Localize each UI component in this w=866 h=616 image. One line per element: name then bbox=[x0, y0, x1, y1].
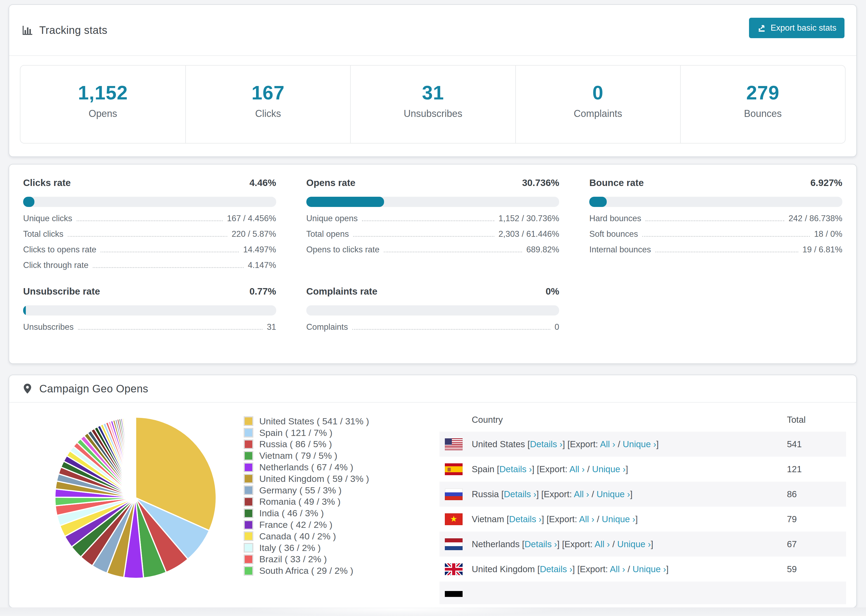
country-cell: United Kingdom [Details ›] [Export: All … bbox=[472, 564, 669, 574]
stat-value: 31 bbox=[351, 82, 515, 104]
export-unique-link[interactable]: Unique › bbox=[592, 464, 626, 474]
ru-flag-icon bbox=[445, 488, 463, 500]
legend-label: Russia ( 86 / 5% ) bbox=[259, 439, 332, 449]
rate-row: Hard bounces242 / 86.738% bbox=[589, 214, 842, 223]
rate-row-value: 19 / 6.81% bbox=[803, 245, 842, 255]
rate-head: Bounce rate6.927% bbox=[589, 178, 842, 188]
stat-value: 167 bbox=[186, 82, 350, 104]
dotted-leader bbox=[68, 229, 227, 237]
export-unique-link[interactable]: Unique › bbox=[633, 564, 666, 574]
progress-bar bbox=[23, 197, 276, 207]
rate-value: 30.736% bbox=[522, 178, 559, 188]
stat-value: 0 bbox=[516, 82, 680, 104]
dotted-leader bbox=[353, 229, 494, 237]
total-cell: 79 bbox=[787, 514, 797, 524]
rate-row-label: Soft bounces bbox=[589, 229, 638, 239]
stat-label: Clicks bbox=[186, 108, 350, 119]
progress-bar-fill bbox=[23, 305, 26, 316]
geo-table-row: United States [Details ›] [Export: All ›… bbox=[439, 432, 846, 457]
rate-row-label: Hard bounces bbox=[589, 214, 641, 223]
country-name: Russia [ bbox=[472, 489, 504, 499]
slash-text: / bbox=[610, 539, 617, 549]
rate-row: Total clicks220 / 5.87% bbox=[23, 229, 276, 239]
bracket-text: ] bbox=[625, 464, 628, 474]
rate-rows: Unique clicks167 / 4.456%Total clicks220… bbox=[23, 214, 276, 270]
legend-item: Netherlands ( 67 / 4% ) bbox=[244, 462, 369, 473]
legend-item: South Africa ( 29 / 2% ) bbox=[244, 565, 369, 577]
rate-row-label: Internal bounces bbox=[589, 245, 651, 255]
export-all-link[interactable]: All › bbox=[600, 439, 615, 449]
details-link[interactable]: Details › bbox=[540, 564, 572, 574]
details-link[interactable]: Details › bbox=[524, 539, 557, 549]
dotted-leader bbox=[352, 322, 550, 330]
de-flag-icon bbox=[445, 591, 463, 597]
rate-row: Opens to clicks rate689.82% bbox=[306, 245, 559, 254]
geo-title: Campaign Geo Opens bbox=[39, 383, 148, 395]
campaign-geo-opens-card: Campaign Geo Opens United States ( 541 /… bbox=[9, 375, 857, 608]
export-unique-link[interactable]: Unique › bbox=[617, 539, 651, 549]
rate-row: Total opens2,303 / 61.446% bbox=[306, 229, 559, 239]
rate-row-label: Total clicks bbox=[23, 229, 63, 239]
country-cell: Spain [Details ›] [Export: All › / Uniqu… bbox=[472, 464, 628, 475]
rate-row-value: 220 / 5.87% bbox=[231, 229, 276, 239]
legend-label: Italy ( 36 / 2% ) bbox=[259, 543, 321, 553]
vn-flag-icon bbox=[445, 513, 463, 525]
export-all-link[interactable]: All › bbox=[569, 464, 585, 474]
legend-label: India ( 46 / 3% ) bbox=[259, 508, 324, 519]
rate-row-value: 18 / 0% bbox=[814, 229, 842, 239]
dotted-leader bbox=[101, 245, 239, 252]
progress-bar bbox=[306, 197, 559, 207]
column-header-total: Total bbox=[787, 415, 806, 425]
legend-swatch bbox=[244, 474, 254, 484]
legend-swatch bbox=[244, 520, 254, 530]
rate-rows: Hard bounces242 / 86.738%Soft bounces18 … bbox=[589, 214, 842, 254]
legend-label: Canada ( 40 / 2% ) bbox=[259, 531, 336, 542]
bracket-text: ] [Export: bbox=[532, 464, 569, 474]
country-cell: Russia [Details ›] [Export: All › / Uniq… bbox=[472, 489, 633, 499]
bracket-text: ] [Export: bbox=[557, 539, 594, 549]
bracket-text: ] bbox=[656, 439, 659, 449]
export-all-link[interactable]: All › bbox=[610, 564, 625, 574]
export-basic-stats-button[interactable]: Export basic stats bbox=[749, 18, 844, 38]
rate-row-label: Click through rate bbox=[23, 261, 88, 270]
slash-text: / bbox=[585, 464, 592, 474]
stat-label: Bounces bbox=[681, 108, 845, 119]
legend-label: France ( 42 / 2% ) bbox=[259, 520, 332, 530]
stat-box: 167Clicks bbox=[185, 66, 350, 143]
export-icon bbox=[757, 24, 766, 33]
bracket-text: ] bbox=[666, 564, 669, 574]
legend-item: Russia ( 86 / 5% ) bbox=[244, 438, 369, 450]
export-unique-link[interactable]: Unique › bbox=[597, 489, 630, 499]
details-link[interactable]: Details › bbox=[499, 464, 532, 474]
total-cell: 86 bbox=[787, 489, 797, 499]
dotted-leader bbox=[93, 260, 244, 268]
rate-row-value: 242 / 86.738% bbox=[789, 214, 842, 223]
export-unique-link[interactable]: Unique › bbox=[623, 439, 656, 449]
country-cell: Vietnam [Details ›] [Export: All › / Uni… bbox=[472, 514, 638, 524]
dotted-leader bbox=[384, 245, 522, 252]
country-name: Spain [ bbox=[472, 464, 499, 474]
rate-block: Unsubscribe rate0.77%Unsubscribes31 bbox=[23, 286, 276, 332]
rates-card: Clicks rate4.46%Unique clicks167 / 4.456… bbox=[9, 164, 857, 364]
legend-swatch bbox=[244, 509, 254, 518]
export-all-link[interactable]: All › bbox=[579, 514, 594, 524]
export-all-link[interactable]: All › bbox=[595, 539, 610, 549]
stats-panel: 1,152Opens167Clicks31Unsubscribes0Compla… bbox=[20, 65, 846, 143]
legend-swatch bbox=[244, 566, 254, 576]
details-link[interactable]: Details › bbox=[504, 489, 536, 499]
rate-value: 0% bbox=[546, 286, 559, 297]
tracking-stats-header: Tracking stats Export basic stats bbox=[9, 5, 856, 56]
progress-bar-fill bbox=[589, 197, 607, 207]
dotted-leader bbox=[642, 229, 810, 237]
legend-swatch bbox=[244, 428, 254, 438]
legend-label: Netherlands ( 67 / 4% ) bbox=[259, 462, 353, 473]
details-link[interactable]: Details › bbox=[530, 439, 562, 449]
bracket-text: ] bbox=[651, 539, 653, 549]
details-link[interactable]: Details › bbox=[509, 514, 542, 524]
rate-row-label: Unique clicks bbox=[23, 214, 72, 223]
export-all-link[interactable]: All › bbox=[574, 489, 589, 499]
progress-bar-fill bbox=[306, 197, 384, 207]
export-unique-link[interactable]: Unique › bbox=[602, 514, 636, 524]
rate-rows: Unsubscribes31 bbox=[23, 322, 276, 332]
legend-item: Canada ( 40 / 2% ) bbox=[244, 531, 369, 542]
